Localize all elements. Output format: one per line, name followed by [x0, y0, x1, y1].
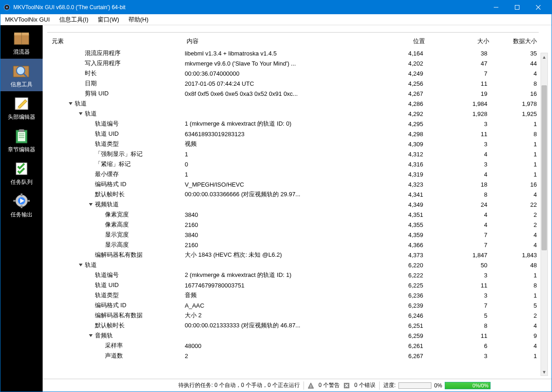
sidebar-item-header-editor[interactable]: 头部编辑器 — [0, 91, 43, 124]
menu-window[interactable]: 窗口(W) — [93, 15, 124, 25]
sidebar-item-muxer[interactable]: 混流器 — [0, 26, 43, 59]
tree-row[interactable]: 编解码器私有数据大小 1843 (HEVC 档次: 未知 @L6.2)4,373… — [47, 250, 539, 260]
tree-cell-c3: 4,316 — [364, 161, 423, 168]
tree-cell-c4: 18 — [423, 181, 487, 188]
tree-row[interactable]: 轨道 UID6346189330192831234,298118 — [47, 129, 539, 139]
tree-cell-c2: 2 — [185, 353, 364, 359]
sidebar-item-job-output[interactable]: 任务输出 — [0, 189, 43, 221]
close-button[interactable] — [528, 0, 549, 14]
column-header-data-size[interactable]: 数据大小 — [489, 37, 539, 45]
tree-row[interactable]: 采样率480006,26164 — [47, 341, 539, 351]
tree-row[interactable]: 日期2017-01-05 07:44:24 UTC4,256118 — [47, 78, 539, 88]
column-header-position[interactable]: 位置 — [365, 37, 425, 45]
tree-row[interactable]: 剪辑 UID0x8f 0xf5 0xe6 0xe5 0xa3 0x52 0x91… — [47, 88, 539, 99]
tree-row[interactable]: 像素宽度38404,35142 — [47, 210, 539, 220]
sidebar-item-chapter-editor[interactable]: 章节编辑器 — [0, 124, 43, 156]
progress-label: 进度: — [383, 381, 396, 389]
tree-row[interactable]: 写入应用程序mkvmerge v9.6.0 ('Slave To Your Mi… — [47, 58, 539, 68]
status-errors[interactable]: 0 个错误 — [354, 381, 375, 389]
tree-row[interactable]: 「强制显示」标记14,31241 — [47, 149, 539, 159]
tree-cell-c3: 6,267 — [364, 353, 423, 359]
scrollbar-thumb[interactable] — [541, 85, 547, 250]
svg-point-1 — [6, 6, 8, 8]
tree-row[interactable]: 编解码器私有数据大小 26,24652 — [47, 310, 539, 320]
tree-row[interactable]: 编码格式 IDV_MPEGH/ISO/HEVC4,3231816 — [47, 179, 539, 189]
tree-row[interactable]: 音频轨6,259119 — [47, 331, 539, 341]
sidebar-item-job-queue[interactable]: 任务队列 — [0, 156, 43, 189]
tree-row[interactable]: 轨道编号2 (mkvmerge & mkvextract 的轨道 ID: 1)6… — [47, 270, 539, 280]
tree-cell-c5: 1 — [487, 171, 539, 178]
column-header-content[interactable]: 内容 — [187, 37, 365, 45]
chevron-down-icon[interactable] — [67, 100, 74, 107]
tree-row-label: 混流应用程序 — [85, 49, 121, 57]
tree-row-label: 编解码器私有数据 — [95, 311, 143, 320]
chevron-down-icon[interactable] — [88, 201, 94, 208]
tree-row[interactable]: 声道数26,26731 — [47, 351, 539, 361]
svg-rect-26 — [27, 200, 30, 202]
tree-row[interactable]: 最小缓存14,31941 — [47, 169, 539, 179]
sidebar-item-info-tool[interactable]: 信息工具 — [0, 59, 43, 91]
tree-row-label: 轨道编号 — [95, 271, 119, 279]
tree-cell-c4: 4 — [423, 171, 487, 178]
menu-info-tool[interactable]: 信息工具(I) — [55, 15, 93, 25]
column-header-element[interactable]: 元素 — [49, 37, 187, 45]
menu-help[interactable]: 帮助(H) — [124, 15, 153, 25]
status-warnings[interactable]: 0 个警告 — [319, 381, 340, 389]
tree-row-label: 轨道 — [85, 261, 97, 269]
column-header-size[interactable]: 大小 — [425, 37, 489, 45]
vertical-scrollbar[interactable]: ▲ ▼ — [541, 53, 548, 376]
expander-placeholder — [98, 242, 104, 248]
tree-row[interactable]: 轨道4,2921,9281,925 — [47, 109, 539, 119]
expander-placeholder — [98, 232, 104, 238]
tree-row[interactable]: 默认帧时长00:00:00.033366666 (对应视频轨的 29.97...… — [47, 189, 539, 199]
statusbar: 待执行的任务: 0 个自动，0 个手动，0 个正在运行 ! 0 个警告 0 个错… — [43, 379, 552, 392]
tree-cell-c4: 4 — [423, 151, 487, 158]
tree-cell-c5: 4 — [487, 232, 539, 238]
tree-cell-c4: 11 — [423, 80, 487, 87]
tree-cell-c4: 24 — [423, 201, 487, 208]
svg-rect-16 — [18, 132, 25, 141]
tree-row[interactable]: 轨道4,2861,9841,978 — [47, 99, 539, 109]
chevron-down-icon[interactable] — [77, 110, 84, 117]
tree-row-label: 轨道类型 — [95, 140, 119, 148]
tree-row[interactable]: 混流应用程序libebml v1.3.4 + libmatroska v1.4.… — [47, 48, 539, 58]
tree-row[interactable]: 视频轨道4,3492422 — [47, 199, 539, 210]
maximize-button[interactable] — [507, 0, 528, 14]
tree-row[interactable]: 「紧缩」标记04,31631 — [47, 159, 539, 169]
tree-row[interactable]: 轨道6,2205048 — [47, 260, 539, 270]
tree-row[interactable]: 轨道 UID1677467997800037516,225118 — [47, 280, 539, 290]
tree-cell-c4: 7 — [423, 70, 487, 77]
minimize-button[interactable] — [486, 0, 507, 14]
tree-cell-c4: 3 — [423, 353, 487, 359]
tree-row[interactable]: 显示宽度38404,35974 — [47, 230, 539, 240]
tree-cell-c5: 22 — [487, 201, 539, 208]
tree-row-label: 像素高度 — [105, 221, 129, 229]
tree-row-label: 编解码器私有数据 — [95, 251, 143, 259]
tree-row[interactable]: 时长00:00:36.0740000004,24974 — [47, 68, 539, 78]
tree-row-label: 轨道 UID — [95, 130, 119, 138]
tree-row[interactable]: 默认帧时长00:00:00.021333333 (对应视频轨的 46.87...… — [47, 320, 539, 331]
expander-placeholder — [88, 252, 94, 258]
sidebar-item-label: 混流器 — [13, 48, 30, 56]
tree-row[interactable]: 像素高度21604,35542 — [47, 220, 539, 230]
tree-cell-c4: 4 — [423, 211, 487, 218]
tree-row[interactable]: 轨道类型视频4,30931 — [47, 139, 539, 149]
tree-row-label: 显示宽度 — [105, 231, 129, 239]
chevron-down-icon[interactable] — [88, 332, 94, 339]
tree-cell-c4: 7 — [423, 242, 487, 248]
tree-row[interactable]: 轨道类型音频6,23631 — [47, 290, 539, 300]
tree-cell-c3: 6,259 — [364, 332, 423, 339]
tree-row-label: 时长 — [85, 69, 97, 77]
tree-row[interactable]: 显示高度21604,36674 — [47, 240, 539, 250]
tree-row[interactable]: 编码格式 IDA_AAC6,23975 — [47, 300, 539, 310]
scroll-up-icon[interactable]: ▲ — [541, 53, 547, 61]
chevron-down-icon[interactable] — [77, 262, 84, 268]
tree-row[interactable]: 轨道编号1 (mkvmerge & mkvextract 的轨道 ID: 0)4… — [47, 119, 539, 129]
scroll-down-icon[interactable]: ▼ — [541, 368, 547, 375]
tree-cell-c4: 8 — [423, 322, 487, 329]
gear-play-icon — [11, 192, 33, 210]
tree-cell-c5: 1,925 — [487, 110, 539, 117]
clipboard-icon — [11, 127, 33, 145]
menu-mkvtoolnix[interactable]: MKVToolNix GUI — [0, 15, 55, 24]
progress-bar-1 — [398, 382, 431, 389]
